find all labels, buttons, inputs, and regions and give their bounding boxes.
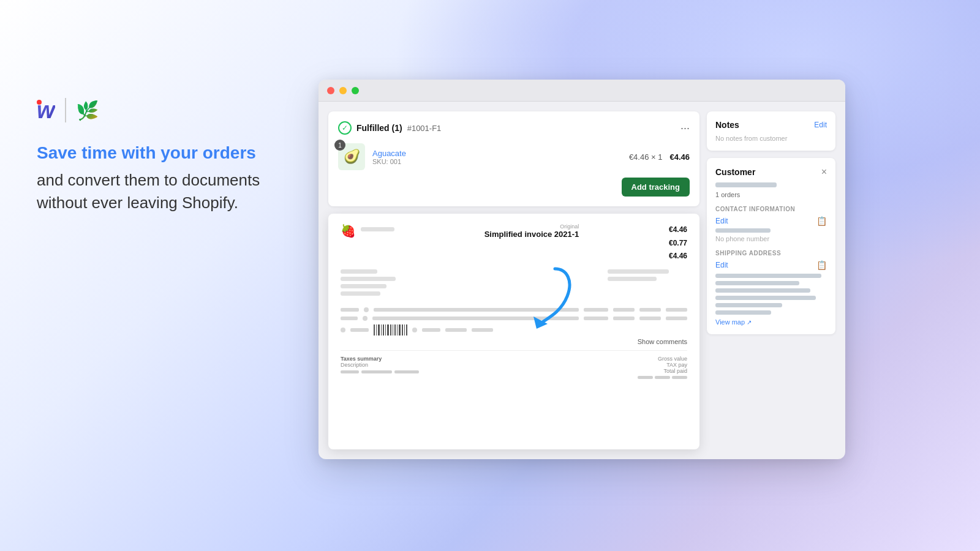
col6 <box>666 308 687 312</box>
company-name-line <box>361 227 394 231</box>
barcode-text3 <box>445 328 467 332</box>
summary-left: Taxes summary Description <box>341 356 419 379</box>
col5b <box>639 317 661 320</box>
addr-row6 <box>715 310 771 315</box>
svg-rect-6 <box>385 324 386 335</box>
headline-text: Save time with your orders <box>37 142 270 164</box>
barcode-text2 <box>422 328 440 332</box>
svg-rect-15 <box>406 324 407 335</box>
svg-rect-9 <box>393 324 393 335</box>
product-sku: SKU: 001 <box>372 158 622 165</box>
fulfilled-left: ✓ Fulfilled (1) #1001-F1 <box>338 121 441 135</box>
taxes-summary-label: Taxes summary <box>341 356 419 362</box>
price2: €0.77 <box>669 237 687 250</box>
dots-menu[interactable]: ··· <box>680 122 690 135</box>
right-line2 <box>608 277 657 281</box>
dot-red[interactable] <box>327 87 334 94</box>
fulfilled-label: Fulfilled (1) <box>356 123 402 133</box>
left-panel: w 🌿 Save time with your orders and conve… <box>37 98 270 214</box>
right-line1 <box>608 269 669 274</box>
contact-copy-icon[interactable]: 📋 <box>816 216 827 226</box>
check-circle-icon: ✓ <box>338 121 352 135</box>
view-map-link[interactable]: View map ↗ <box>715 318 827 326</box>
col2b <box>372 317 579 320</box>
logo-w-container: w <box>37 99 55 122</box>
col3 <box>584 308 608 312</box>
barcode-text1 <box>350 328 369 332</box>
order-number: #1001-F1 <box>407 124 442 133</box>
notes-text: No notes from customer <box>715 135 827 142</box>
summary-lines <box>341 370 419 373</box>
table-row-2 <box>341 316 687 321</box>
add-tracking-row: Add tracking <box>338 178 690 197</box>
addr-row1 <box>715 274 821 278</box>
col-dot <box>364 307 369 312</box>
strawberry-icon: 🍓 <box>341 223 356 238</box>
check-icon: ✓ <box>342 124 348 132</box>
shipping-copy-icon[interactable]: 📋 <box>816 260 827 270</box>
svg-rect-3 <box>378 324 380 335</box>
shipping-section-label: SHIPPING ADDRESS <box>715 250 827 257</box>
shipping-header-row: Edit 📋 <box>715 260 827 270</box>
col3b <box>584 317 608 320</box>
browser-titlebar <box>318 80 845 102</box>
customer-close-button[interactable]: × <box>821 167 827 178</box>
addr-line3 <box>341 284 386 288</box>
addr-row4 <box>715 296 816 300</box>
addr-row5 <box>715 303 782 307</box>
svg-rect-2 <box>376 324 377 335</box>
invoice-card: 🍓 Original Simplified invoice 2021-1 €4.… <box>328 214 699 449</box>
logo-area: w 🌿 <box>37 98 270 122</box>
total-paid-label: Total paid <box>638 368 687 374</box>
logo-divider <box>65 98 66 122</box>
notes-card: Notes Edit No notes from customer <box>707 111 835 151</box>
invoice-title-block: Original Simplified invoice 2021-1 <box>484 223 579 239</box>
subtext: and convert them to documents without ev… <box>37 169 270 214</box>
fulfilled-card: ✓ Fulfilled (1) #1001-F1 ··· 1 🥑 <box>328 111 699 206</box>
barcode-dot1 <box>341 328 345 332</box>
col1b <box>341 317 358 320</box>
browser-window: ✓ Fulfilled (1) #1001-F1 ··· 1 🥑 <box>318 80 845 459</box>
svg-rect-1 <box>374 324 375 335</box>
add-tracking-button[interactable]: Add tracking <box>622 178 690 197</box>
invoice-logo-area: 🍓 <box>341 223 394 238</box>
svg-rect-8 <box>390 324 391 335</box>
orders-count: 1 orders <box>715 191 827 198</box>
contact-section-label: CONTACT INFORMATION <box>715 206 827 212</box>
dot-green[interactable] <box>352 87 359 94</box>
tax-pay-label: TAX pay <box>638 362 687 368</box>
addr-line2 <box>341 277 396 281</box>
summary-right: Gross value TAX pay Total paid <box>638 356 687 379</box>
col6b <box>666 317 687 320</box>
invoice-body <box>341 269 687 299</box>
notes-header: Notes Edit <box>715 120 827 130</box>
notes-edit-link[interactable]: Edit <box>814 121 827 129</box>
svg-rect-5 <box>383 324 384 335</box>
invoice-original-label: Original <box>484 223 579 230</box>
shipping-edit-link[interactable]: Edit <box>715 261 728 269</box>
no-phone-text: No phone number <box>715 235 827 242</box>
col5 <box>639 308 661 312</box>
svg-rect-11 <box>397 324 398 335</box>
svg-rect-12 <box>399 324 401 335</box>
svg-rect-14 <box>404 324 405 335</box>
barcode-text4 <box>472 328 493 332</box>
invoice-table <box>341 307 687 335</box>
customer-card: Customer × 1 orders CONTACT INFORMATION … <box>707 158 835 334</box>
right-sidebar: Notes Edit No notes from customer Custom… <box>707 111 835 449</box>
dot-yellow[interactable] <box>339 87 347 94</box>
barcode-row <box>341 324 687 335</box>
barcode-svg <box>374 324 407 335</box>
col4 <box>613 308 635 312</box>
addr-row3 <box>715 288 810 293</box>
table-row-1 <box>341 307 687 312</box>
col2 <box>374 308 579 312</box>
logo-w-text: w <box>37 97 55 123</box>
show-comments-button[interactable]: Show comments <box>638 338 687 345</box>
invoice-header-row: 🍓 Original Simplified invoice 2021-1 €4.… <box>341 223 687 263</box>
product-name[interactable]: Aguacate <box>372 149 622 158</box>
fulfilled-header: ✓ Fulfilled (1) #1001-F1 ··· <box>338 121 690 135</box>
svg-rect-10 <box>394 324 396 335</box>
contact-edit-link[interactable]: Edit <box>715 217 728 225</box>
customer-header: Customer × <box>715 167 827 178</box>
